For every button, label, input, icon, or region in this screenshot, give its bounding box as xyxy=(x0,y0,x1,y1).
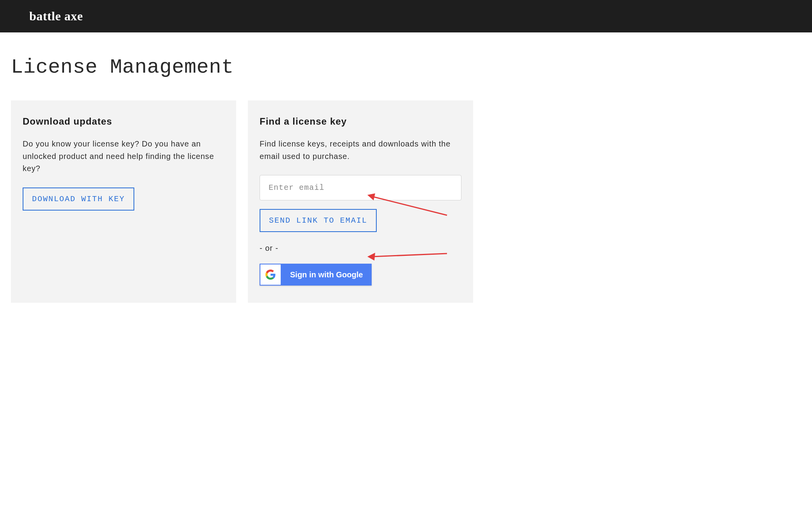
main-container: License Management Download updates Do y… xyxy=(0,32,484,318)
email-input[interactable] xyxy=(260,175,461,200)
card-find-body: Find license keys, receipts and download… xyxy=(260,138,461,162)
svg-marker-3 xyxy=(367,253,375,261)
card-download-updates: Download updates Do you know your licens… xyxy=(11,100,236,303)
google-signin-label: Sign in with Google xyxy=(281,264,372,286)
google-icon xyxy=(260,264,281,285)
google-signin-button[interactable]: Sign in with Google xyxy=(260,264,372,286)
send-link-button[interactable]: SEND LINK TO EMAIL xyxy=(260,209,377,232)
download-with-key-button[interactable]: DOWNLOAD WITH KEY xyxy=(23,188,134,211)
cards-row: Download updates Do you know your licens… xyxy=(11,100,473,303)
card-download-body: Do you know your license key? Do you hav… xyxy=(23,138,224,175)
brand-logo: battle axe xyxy=(29,9,83,23)
card-find-license: Find a license key Find license keys, re… xyxy=(248,100,473,303)
app-header: battle axe xyxy=(0,0,812,32)
card-download-title: Download updates xyxy=(23,116,224,127)
or-separator: - or - xyxy=(260,244,461,253)
card-find-title: Find a license key xyxy=(260,116,461,127)
page-title: License Management xyxy=(11,56,473,79)
svg-line-2 xyxy=(372,254,447,257)
